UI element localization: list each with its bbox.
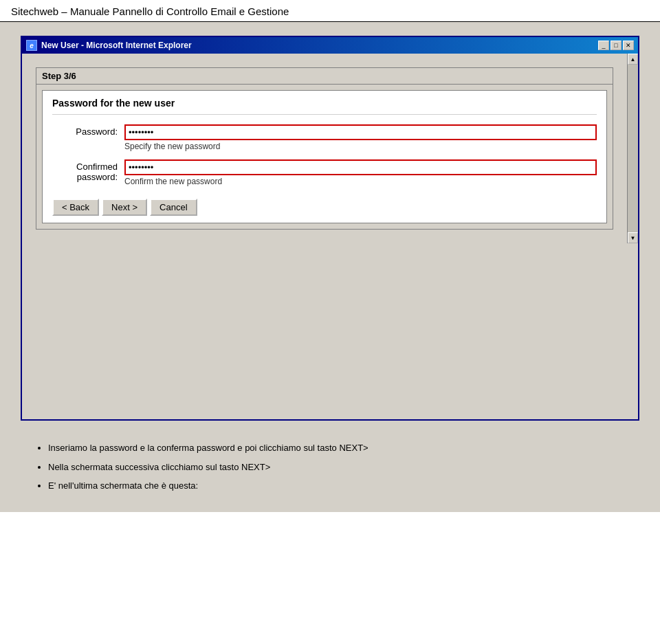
confirmed-password-hint: Confirm the new password [124, 177, 597, 186]
back-button[interactable]: < Back [52, 199, 99, 216]
confirmed-password-row: Confirmed password: Confirm the new pass… [52, 159, 597, 192]
password-input[interactable] [124, 124, 597, 140]
password-field-group: Specify the new password [124, 124, 597, 157]
scrollbar: ▲ ▼ [627, 54, 638, 243]
instruction-item-2: Nella schermata successiva clicchiamo su… [48, 460, 632, 474]
password-hint: Specify the new password [124, 142, 597, 151]
ie-titlebar: e New User - Microsoft Internet Explorer… [22, 37, 638, 54]
confirmed-password-field-group: Confirm the new password [124, 159, 597, 192]
close-button[interactable]: ✕ [623, 41, 634, 50]
page-header: Sitechweb – Manuale Pannello di Controll… [0, 0, 660, 22]
next-button[interactable]: Next > [102, 199, 147, 216]
minimize-button[interactable]: _ [598, 41, 609, 50]
step-header: Step 3/6 [36, 68, 613, 85]
form-container: Step 3/6 Password for the new user Passw… [36, 67, 613, 230]
step-label: Step 3/6 [42, 71, 76, 81]
page-title: Sitechweb – Manuale Pannello di Controll… [11, 5, 649, 17]
ie-window: e New User - Microsoft Internet Explorer… [21, 36, 639, 421]
button-row: < Back Next > Cancel [52, 199, 597, 216]
scroll-track [628, 65, 638, 232]
maximize-button[interactable]: □ [610, 41, 622, 50]
password-label: Password: [52, 124, 124, 137]
confirmed-password-input[interactable] [124, 159, 597, 175]
confirmed-password-label: Confirmed password: [52, 159, 124, 182]
ie-window-title: New User - Microsoft Internet Explorer [41, 41, 192, 50]
step-content: Password for the new user Password: Spec… [42, 90, 607, 223]
scroll-down-button[interactable]: ▼ [628, 232, 638, 243]
scroll-up-button[interactable]: ▲ [628, 54, 638, 65]
ie-titlebar-left: e New User - Microsoft Internet Explorer [26, 40, 192, 51]
step-box: Step 3/6 Password for the new user Passw… [36, 67, 613, 230]
page-content: e New User - Microsoft Internet Explorer… [0, 22, 660, 512]
bottom-section: Inseriamo la password e la conferma pass… [21, 441, 639, 493]
ie-body: Step 3/6 Password for the new user Passw… [22, 54, 638, 243]
step-title: Password for the new user [52, 98, 597, 115]
ie-titlebar-controls: _ □ ✕ [598, 41, 634, 50]
instruction-item-3: E' nell'ultima schermata che è questa: [48, 479, 632, 493]
ie-icon: e [26, 40, 37, 51]
instructions-list: Inseriamo la password e la conferma pass… [28, 441, 632, 493]
password-row: Password: Specify the new password [52, 124, 597, 157]
cancel-button[interactable]: Cancel [150, 199, 197, 216]
instruction-item-1: Inseriamo la password e la conferma pass… [48, 441, 632, 455]
